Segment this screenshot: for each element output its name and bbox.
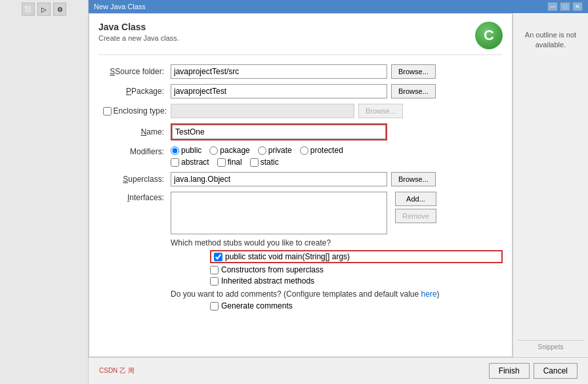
dialog-titlebar: New Java Class — □ ✕ [89,0,588,13]
dialog-class-subtitle: Create a new Java class. [98,34,179,42]
dialog-body: Java Class Create a new Java class. C SS… [89,13,513,357]
modifier-final-checkbox[interactable] [217,158,226,167]
modifiers-label: Modifiers: [98,146,171,156]
stubs-items: public static void main(String[] args) C… [210,250,503,286]
modifiers-row: Modifiers: public package pr [98,146,503,167]
enclosing-row: Enclosing type: Browse... [98,104,503,118]
dialog-title: New Java Class [94,3,146,11]
generate-comments-checkbox[interactable] [210,302,219,310]
stub-inherited-checkbox[interactable] [210,277,219,286]
maximize-button[interactable]: □ [560,2,570,11]
enclosing-browse-button: Browse... [358,104,403,118]
sidebar-icon-1[interactable]: ⬜ [22,3,35,16]
enclosing-input [171,104,354,118]
left-sidebar: ⬜ ▷ ⚙ [0,0,89,384]
modifier-package-radio[interactable] [209,146,218,155]
name-input-highlight-box [171,123,387,140]
name-label: Name: [98,127,171,137]
finish-button[interactable]: Finish [489,363,530,379]
modifier-static-checkbox[interactable] [250,158,259,167]
remove-interface-button[interactable]: Remove [395,209,436,223]
modifier-abstract[interactable]: abstract [171,158,209,167]
stubs-question: Which method stubs would you like to cre… [171,238,503,247]
generate-comments[interactable]: Generate comments [210,301,503,310]
interfaces-row: Interfaces: Add... Remove [98,192,503,234]
modifiers-content: public package private protected [171,146,343,167]
package-input[interactable]: javaprojectTest [171,84,387,98]
superclass-label: Superclass: [98,175,171,184]
modifier-static[interactable]: static [250,158,279,167]
dialog-header: Java Class Create a new Java class. C [98,22,503,55]
source-folder-row: SSource folder: javaprojectTest/src Brow… [98,64,503,79]
dialog-buttons: CSDN 乙 周 Finish Cancel [89,357,588,384]
dialog-title-area: Java Class Create a new Java class. [98,22,179,42]
package-browse-button[interactable]: Browse... [391,84,436,98]
modifier-abstract-checkbox[interactable] [171,158,179,167]
close-button[interactable]: ✕ [572,2,583,11]
cancel-button[interactable]: Cancel [534,363,578,379]
superclass-input[interactable] [171,172,387,186]
outline-text: An outline is not available. [517,30,584,51]
superclass-row: Superclass: Browse... [98,172,503,186]
source-folder-input[interactable]: javaprojectTest/src [171,64,387,79]
modifier-protected-radio[interactable] [300,146,308,155]
comments-question: Do you want to add comments? (Configure … [171,289,503,299]
java-class-icon: C [475,22,503,49]
stub-main-checkbox[interactable] [214,253,222,261]
stub-constructors-checkbox[interactable] [210,266,219,274]
package-row: PPackage: javaprojectTest Browse... [98,84,503,98]
stubs-section: Which method stubs would you like to cre… [98,238,503,286]
modifier-public[interactable]: public [171,146,201,155]
interfaces-buttons: Add... Remove [391,192,436,223]
source-folder-label: SSource folder: [98,67,171,76]
interfaces-label: Interfaces: [98,192,171,202]
modifier-private[interactable]: private [258,146,292,155]
stub-main-method[interactable]: public static void main(String[] args) [210,250,503,263]
modifier-private-radio[interactable] [258,146,266,155]
enclosing-label-area: Enclosing type: [98,106,171,116]
sidebar-icons: ⬜ ▷ ⚙ [22,3,66,16]
modifier-protected[interactable]: protected [300,146,343,155]
name-input[interactable] [172,125,386,139]
modifiers-line1: public package private protected [171,146,343,155]
csdn-watermark: CSDN 乙 周 [99,366,135,375]
package-label: PPackage: [98,87,171,96]
modifiers-line2: abstract final static [171,158,343,167]
modifier-public-radio[interactable] [171,146,179,155]
comments-section: Do you want to add comments? (Configure … [98,289,503,310]
sidebar-icon-3[interactable]: ⚙ [53,3,66,16]
enclosing-checkbox[interactable] [103,107,112,116]
modifier-package[interactable]: package [209,146,249,155]
modifier-final[interactable]: final [217,158,242,167]
sidebar-icon-2[interactable]: ▷ [37,3,51,16]
stub-inherited[interactable]: Inherited abstract methods [210,276,503,286]
right-panel: An outline is not available. Snippets [513,13,588,357]
minimize-button[interactable]: — [547,2,558,11]
dialog-class-title: Java Class [98,22,179,32]
titlebar-controls: — □ ✕ [547,2,583,11]
interfaces-textarea[interactable] [171,192,387,234]
snippets-bar: Snippets [517,340,584,353]
source-folder-browse-button[interactable]: Browse... [391,64,436,79]
stub-constructors[interactable]: Constructors from superclass [210,265,503,274]
comments-here-link[interactable]: here [421,289,437,299]
superclass-browse-button[interactable]: Browse... [391,172,436,186]
add-interface-button[interactable]: Add... [395,192,436,206]
name-row: Name: [98,123,503,140]
